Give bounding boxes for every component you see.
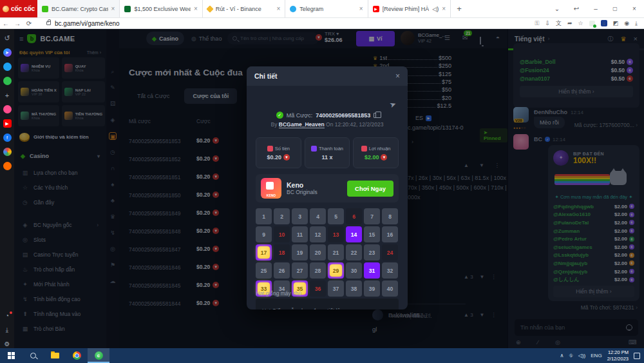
keno-cell-20[interactable]: 20	[310, 244, 326, 260]
tab-close-icon[interactable]: ×	[442, 5, 446, 12]
back-button[interactable]: ←	[0, 20, 12, 27]
coccoc-taskbar-icon[interactable]: c	[88, 348, 109, 363]
url-text[interactable]: bc.game/vi/game/keno	[55, 20, 120, 27]
browser-tab[interactable]: BC.Game: Crypto Casino Gan×	[37, 0, 120, 17]
youtube-icon[interactable]: ▶	[3, 119, 12, 128]
keno-cell-22[interactable]: 22	[346, 244, 362, 260]
share-arrow-icon[interactable]: ➤	[388, 99, 397, 110]
keno-cell-28[interactable]: 28	[310, 262, 326, 279]
keno-cell-1[interactable]: 1	[256, 208, 272, 224]
tab-close-icon[interactable]: ×	[111, 5, 115, 12]
close-button[interactable]: ×	[625, 5, 644, 12]
keno-cell-5[interactable]: 5	[328, 208, 344, 224]
taskbar-clock[interactable]: 12:20 PM 2/12/2023	[607, 349, 629, 362]
settings-gear-icon[interactable]: ⚙	[3, 340, 12, 348]
language-indicator[interactable]: ENG	[591, 353, 601, 358]
tab-audio-icon[interactable]: ◁)	[432, 6, 439, 12]
keno-cell-3[interactable]: 3	[292, 208, 308, 224]
google-icon[interactable]	[3, 148, 12, 156]
keno-cell-24[interactable]: 24	[382, 244, 398, 260]
download-tray-icon[interactable]: ⤓	[3, 326, 12, 334]
keno-cell-10[interactable]: 10	[274, 226, 290, 242]
keno-cell-12[interactable]: 12	[310, 226, 326, 242]
add-shortcut-icon[interactable]: +	[3, 91, 12, 99]
keno-cell-11[interactable]: 11	[292, 226, 308, 242]
system-tray: ∧ ⛗ ◁)) ENG 12:20 PM 2/12/2023	[560, 349, 644, 362]
bet-user-link[interactable]: BCGame_Heaven	[279, 121, 325, 128]
keno-cell-30[interactable]: 30	[346, 262, 362, 279]
start-button[interactable]	[0, 348, 22, 363]
volume-icon[interactable]: ◁))	[578, 353, 585, 358]
browser-tab[interactable]: Rút - Ví - Binance×	[203, 0, 285, 17]
keno-cell-25[interactable]: 25	[256, 262, 272, 279]
keno-cell-7[interactable]: 7	[364, 208, 380, 224]
tab-search-icon[interactable]: ⌄	[547, 5, 567, 12]
keno-cell-17[interactable]: 1717	[256, 244, 272, 260]
taskbar-search-icon[interactable]	[22, 348, 44, 363]
keno-cell-13[interactable]: 13	[328, 226, 344, 242]
keno-cell-19[interactable]: 19	[292, 244, 308, 260]
keno-cell-27[interactable]: 27	[292, 262, 308, 279]
browser-tab[interactable]: ▶[Review Phim] HÀO QUA◁)×	[368, 0, 451, 17]
keno-cell-26[interactable]: 26	[274, 262, 290, 279]
keno-cell-4[interactable]: 4	[310, 208, 326, 224]
keno-cell-8[interactable]: 8	[382, 208, 398, 224]
messenger-icon[interactable]: ➤	[3, 48, 12, 57]
save-icon[interactable]: ⇩	[545, 20, 550, 26]
pink-app-icon[interactable]	[3, 105, 12, 113]
close-modal-icon[interactable]: ×	[395, 72, 400, 81]
key-icon[interactable]: ⚿	[535, 20, 540, 27]
chrome-icon[interactable]	[66, 348, 88, 363]
shopping-icon[interactable]	[3, 162, 12, 170]
keno-cell-38[interactable]: 38	[346, 280, 362, 297]
coccoc-logo[interactable]: cốc cốc	[0, 0, 37, 17]
file-explorer-icon[interactable]	[44, 348, 66, 363]
keno-cell-9[interactable]: 9	[256, 226, 272, 242]
green-app-icon[interactable]	[3, 77, 12, 85]
profile-icon[interactable]: ◉	[624, 20, 629, 26]
bookmark-star-icon[interactable]: ☆	[578, 20, 583, 26]
keno-cell-39[interactable]: 39	[364, 280, 380, 297]
downloads-tray-icon[interactable]: ⤓	[635, 20, 638, 27]
keno-cell-6[interactable]: 6	[346, 208, 362, 224]
keno-cell-36[interactable]: 36	[310, 280, 326, 297]
keno-cell-15[interactable]: 15	[364, 226, 380, 242]
lock-icon[interactable]	[46, 21, 51, 25]
keno-cell-37[interactable]: 37	[328, 280, 344, 297]
keno-cell-2[interactable]: 2	[274, 208, 290, 224]
tab-close-icon[interactable]: ×	[194, 5, 198, 12]
reload-button[interactable]: ⟳	[23, 20, 35, 27]
forward-button[interactable]: →	[12, 20, 23, 27]
notifications-bell-icon[interactable]: ◔	[3, 311, 12, 320]
keno-cell-18[interactable]: 18	[274, 244, 290, 260]
tray-expand-icon[interactable]: ∧	[560, 353, 564, 358]
translate-icon[interactable]: 文	[556, 19, 562, 28]
keno-cell-16[interactable]: 16	[382, 226, 398, 242]
twitter-icon[interactable]	[3, 63, 12, 71]
tab-close-icon[interactable]: ×	[276, 5, 280, 12]
maximize-button[interactable]: ▢	[605, 6, 625, 12]
minimize-button[interactable]: –	[586, 5, 605, 12]
keno-cell-31[interactable]: 31	[364, 262, 380, 279]
download-manager-icon[interactable]: ↓	[601, 20, 607, 26]
keno-cell-40[interactable]: 40	[382, 280, 398, 297]
network-icon[interactable]: ⛗	[569, 353, 573, 359]
new-tab-button[interactable]: +	[451, 0, 468, 17]
action-center-icon[interactable]	[634, 353, 640, 359]
keno-cell-23[interactable]: 23	[364, 244, 380, 260]
browser-tab[interactable]: $1,500 Exclusive Weekend K×	[120, 0, 202, 17]
keno-cell-14[interactable]: 14	[346, 226, 362, 242]
adblock-shield-icon[interactable]	[589, 21, 595, 26]
tab-close-icon[interactable]: ×	[359, 5, 363, 12]
facebook-icon[interactable]: f	[3, 133, 12, 142]
play-now-button[interactable]: Chơi Ngay	[347, 181, 393, 197]
share-icon[interactable]: ➦	[567, 20, 573, 26]
extensions-icon[interactable]: ◩	[613, 20, 619, 26]
keno-cell-32[interactable]: 32	[382, 262, 398, 279]
copy-icon[interactable]	[374, 113, 378, 118]
keno-cell-29[interactable]: 2929	[328, 262, 344, 279]
reopen-icon[interactable]: ↩	[567, 5, 586, 12]
keno-cell-21[interactable]: 21	[328, 244, 344, 260]
browser-tab[interactable]: Telegram×	[285, 0, 368, 17]
history-icon[interactable]: ↺	[3, 34, 12, 43]
